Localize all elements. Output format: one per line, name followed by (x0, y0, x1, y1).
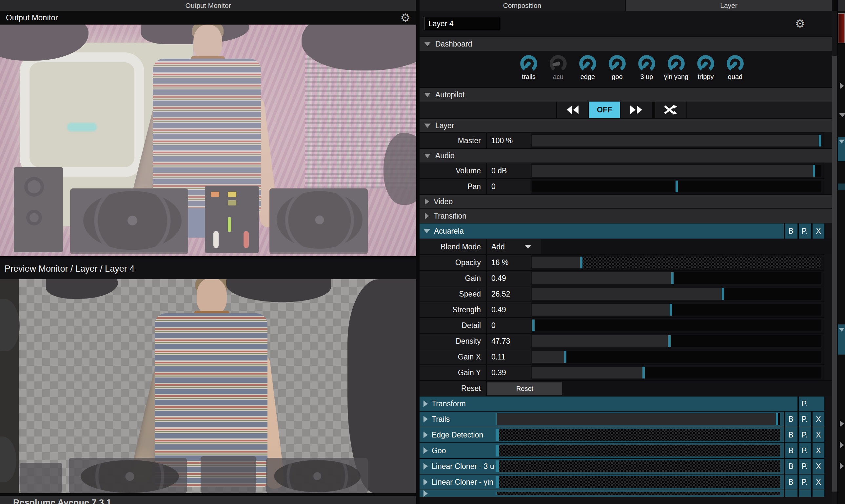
slider-handle[interactable] (668, 335, 671, 347)
section-layer[interactable]: Layer (419, 118, 832, 132)
slider-handle[interactable] (497, 429, 499, 441)
slider-handle[interactable] (813, 165, 815, 177)
slider-handle[interactable] (722, 288, 724, 300)
dashboard-knob-quad[interactable]: quad (720, 53, 750, 80)
param-slider[interactable] (532, 351, 821, 363)
slider-handle[interactable] (580, 257, 582, 268)
bypass-button[interactable]: B (784, 459, 797, 474)
param-value[interactable]: 0.11 (487, 349, 531, 364)
slider-handle[interactable] (643, 367, 645, 378)
slider-handle[interactable] (497, 476, 499, 488)
autopilot-previous-button[interactable] (557, 102, 589, 118)
slider-handle[interactable] (497, 445, 499, 456)
bypass-button[interactable]: B (784, 412, 797, 427)
params-button[interactable]: P. (797, 459, 811, 474)
param-slider[interactable] (532, 320, 821, 331)
param-value[interactable]: 0.49 (487, 302, 531, 317)
param-slider[interactable] (532, 165, 821, 177)
bypass-button[interactable]: B (784, 474, 797, 490)
param-value[interactable]: 26.52 (487, 286, 531, 302)
param-row-gain-x: Gain X0.11 (419, 349, 824, 364)
slider-handle[interactable] (776, 413, 778, 425)
section-transform[interactable]: Transform P. (419, 396, 824, 411)
clip-thumbnail-partial[interactable] (838, 13, 845, 43)
blend-mode-select[interactable]: Add (487, 239, 541, 254)
slider-handle[interactable] (670, 304, 672, 316)
slider-handle[interactable] (497, 461, 499, 472)
param-value[interactable]: 16 % (487, 255, 531, 270)
section-audio[interactable]: Audio (419, 148, 832, 163)
param-slider[interactable] (532, 304, 821, 316)
param-value[interactable]: 0.39 (487, 365, 531, 380)
effect-opacity-slider[interactable] (496, 413, 780, 425)
gear-icon[interactable]: ⚙ (400, 12, 410, 23)
autopilot-random-button[interactable] (655, 102, 687, 118)
dashboard-knob-trippy[interactable]: trippy (691, 53, 720, 80)
effect-row-edge-detection[interactable]: Edge DetectionBP.X (419, 427, 824, 443)
tab-output-monitor[interactable]: Output Monitor (0, 0, 416, 11)
params-button[interactable]: P. (797, 474, 811, 490)
dashboard-knob-trails[interactable]: trails (514, 53, 543, 80)
slider-handle[interactable] (671, 272, 673, 284)
effect-row-linear-cloner-yin[interactable]: Linear Cloner - yinBP.X (419, 474, 824, 490)
remove-effect-button[interactable]: X (811, 459, 824, 474)
section-video[interactable]: Video (419, 194, 832, 209)
section-transition[interactable]: Transition (419, 209, 832, 223)
dashboard-knob-edge[interactable]: edge (573, 53, 603, 80)
params-button[interactable]: P. (797, 427, 811, 443)
remove-effect-button[interactable]: X (811, 427, 824, 443)
bypass-button[interactable]: B (784, 427, 797, 443)
effect-opacity-slider[interactable] (496, 476, 780, 488)
effect-opacity-slider[interactable] (496, 445, 780, 456)
autopilot-next-button[interactable] (621, 102, 652, 118)
effect-row-linear-cloner-3-u[interactable]: Linear Cloner - 3 uBP.X (419, 458, 824, 474)
dashboard-knob-yin-yang[interactable]: yin yang (662, 53, 691, 80)
effect-opacity-slider[interactable] (496, 429, 780, 441)
param-slider[interactable] (532, 181, 821, 192)
remove-effect-button[interactable]: X (811, 474, 824, 490)
params-button[interactable]: P. (797, 443, 811, 458)
effect-row-trails[interactable]: TrailsBP.X (419, 411, 824, 427)
params-button[interactable]: P. (797, 223, 811, 238)
param-slider[interactable] (532, 272, 821, 284)
param-value[interactable]: 100 % (487, 133, 531, 148)
slider-handle[interactable] (532, 320, 535, 331)
dashboard-knob-goo[interactable]: goo (603, 53, 632, 80)
layer-gear-icon[interactable]: ⚙ (795, 18, 805, 29)
params-button[interactable]: P. (797, 412, 811, 427)
param-value[interactable]: 47.73 (487, 334, 531, 349)
slider-handle[interactable] (676, 181, 678, 192)
tab-layer[interactable]: Layer (626, 0, 832, 11)
param-slider[interactable] (532, 335, 821, 347)
section-dashboard[interactable]: Dashboard (419, 36, 832, 51)
remove-effect-button[interactable]: X (811, 443, 824, 458)
section-autopilot[interactable]: Autopilot (419, 87, 832, 102)
effect-opacity-slider[interactable] (496, 461, 780, 472)
param-slider[interactable] (532, 367, 821, 378)
param-value[interactable]: 0.49 (487, 271, 531, 286)
layer-name-input[interactable] (424, 17, 500, 30)
dashboard-knob-acu[interactable]: acu (543, 53, 573, 80)
effect-row-goo[interactable]: GooBP.X (419, 443, 824, 458)
bypass-button[interactable]: B (784, 223, 797, 238)
remove-effect-button[interactable]: X (811, 412, 824, 427)
scrollbar-thumb[interactable] (832, 56, 837, 491)
param-value[interactable]: 0 (487, 179, 531, 194)
param-value[interactable]: 0 (487, 318, 531, 333)
param-slider[interactable] (532, 288, 821, 300)
slider-handle[interactable] (819, 135, 821, 146)
effect-row-partial[interactable] (419, 490, 824, 497)
bypass-button[interactable]: B (784, 443, 797, 458)
param-slider[interactable] (532, 257, 821, 268)
params-button[interactable]: P. (797, 397, 811, 411)
dashboard-knob-3-up[interactable]: 3 up (632, 53, 662, 80)
autopilot-off-button[interactable]: OFF (589, 102, 621, 118)
reset-button[interactable]: Reset (487, 382, 562, 395)
scrollbar[interactable] (832, 11, 837, 504)
tab-composition[interactable]: Composition (419, 0, 626, 11)
effect-header-acuarela[interactable]: Acuarela B P. X (419, 223, 824, 238)
param-value[interactable]: 0 dB (487, 163, 531, 178)
remove-effect-button[interactable]: X (811, 223, 824, 238)
param-slider[interactable] (532, 135, 821, 146)
slider-handle[interactable] (564, 351, 567, 363)
